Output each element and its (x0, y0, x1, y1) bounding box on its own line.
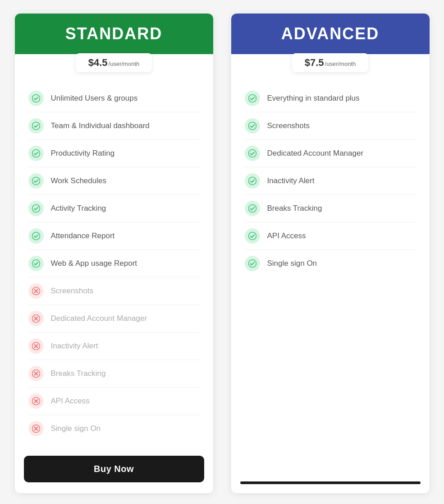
feature-label-excluded: Screenshots (51, 287, 94, 296)
plan-header-standard: STANDARD$4.5/user/month (15, 14, 213, 72)
feature-label-excluded: API Access (51, 397, 90, 406)
list-item: Productivity Rating (28, 140, 200, 167)
check-icon (245, 173, 260, 189)
plan-price-unit-standard: /user/month (109, 60, 140, 67)
list-item: Attendance Report (28, 222, 200, 250)
svg-point-26 (248, 122, 256, 130)
plan-price-unit-advanced: /user/month (325, 60, 356, 67)
plan-title-standard: STANDARD (65, 24, 162, 43)
check-icon (28, 118, 44, 134)
feature-label-excluded: Dedicated Account Manager (51, 314, 147, 323)
plan-title-advanced: ADVANCED (281, 24, 379, 43)
plan-price-advanced: $7.5 (305, 57, 324, 69)
list-item: API Access (28, 388, 200, 415)
plan-price-badge-advanced: $7.5/user/month (292, 53, 368, 72)
plan-header-bg-standard: STANDARD (15, 14, 213, 54)
pricing-container: STANDARD$4.5/user/monthUnlimited Users &… (9, 14, 435, 493)
cross-icon (28, 283, 44, 299)
feature-label-excluded: Single sign On (51, 424, 101, 433)
check-icon (28, 146, 44, 161)
feature-label: Productivity Rating (51, 149, 115, 158)
feature-label: Dedicated Account Manager (267, 149, 364, 158)
check-icon (28, 91, 44, 106)
feature-label: Team & Individual dashboard (51, 121, 150, 130)
svg-point-0 (32, 95, 40, 102)
plan-card-advanced: ADVANCED$7.5/user/monthEverything in sta… (231, 14, 430, 493)
svg-point-27 (248, 150, 256, 157)
list-item: Single sign On (28, 415, 200, 442)
feature-label: Work Schedules (51, 176, 106, 185)
plan-price-standard: $4.5 (88, 57, 108, 69)
list-item: Screenshots (28, 277, 200, 305)
list-item: Screenshots (245, 112, 416, 140)
feature-label: Breaks Tracking (267, 204, 322, 213)
feature-label: Unlimited Users & groups (51, 94, 138, 103)
feature-label: Everything in standard plus (267, 94, 360, 103)
list-item: Work Schedules (28, 167, 200, 195)
feature-label-excluded: Breaks Tracking (51, 369, 106, 378)
feature-label: Attendance Report (51, 231, 115, 240)
check-icon (245, 256, 260, 271)
check-icon (245, 146, 260, 161)
svg-point-30 (248, 232, 256, 240)
cross-icon (28, 338, 44, 354)
list-item: Inactivity Alert (28, 333, 200, 360)
feature-label-excluded: Inactivity Alert (51, 342, 98, 351)
check-icon (245, 228, 260, 244)
cross-icon (28, 366, 44, 381)
list-item: Breaks Tracking (28, 360, 200, 388)
svg-point-25 (248, 95, 256, 102)
list-item: Single sign On (245, 250, 416, 277)
plan-card-standard: STANDARD$4.5/user/monthUnlimited Users &… (15, 14, 213, 493)
check-icon (245, 201, 260, 216)
list-item: Team & Individual dashboard (28, 112, 200, 140)
cross-icon (28, 421, 44, 436)
feature-label: Web & App usage Report (51, 259, 137, 268)
svg-point-3 (32, 177, 40, 185)
feature-label: API Access (267, 231, 306, 240)
list-item: Dedicated Account Manager (245, 140, 416, 167)
check-icon (28, 173, 44, 189)
svg-point-4 (32, 205, 40, 213)
feature-label: Inactivity Alert (267, 176, 315, 185)
plan-header-bg-advanced: ADVANCED (231, 14, 430, 54)
list-item: Unlimited Users & groups (28, 85, 200, 112)
plan-features-advanced: Everything in standard plusScreenshotsDe… (231, 72, 430, 477)
list-item: API Access (245, 222, 416, 250)
check-icon (28, 228, 44, 244)
list-item: Dedicated Account Manager (28, 305, 200, 333)
cross-icon (28, 311, 44, 326)
list-item: Breaks Tracking (245, 195, 416, 222)
plan-price-badge-standard: $4.5/user/month (76, 53, 152, 72)
list-item: Web & App usage Report (28, 250, 200, 277)
svg-point-31 (248, 260, 256, 268)
check-icon (28, 201, 44, 216)
svg-point-29 (248, 205, 256, 213)
divider-bar (240, 481, 421, 484)
svg-point-5 (32, 232, 40, 240)
check-icon (28, 256, 44, 271)
list-item: Activity Tracking (28, 195, 200, 222)
svg-point-2 (32, 150, 40, 157)
plan-header-advanced: ADVANCED$7.5/user/month (231, 14, 430, 72)
feature-label: Single sign On (267, 259, 317, 268)
buy-now-button[interactable]: Buy Now (24, 456, 204, 482)
svg-point-6 (32, 260, 40, 268)
check-icon (245, 118, 260, 134)
list-item: Everything in standard plus (245, 85, 416, 112)
svg-point-1 (32, 122, 40, 130)
plan-features-standard: Unlimited Users & groupsTeam & Individua… (15, 72, 213, 451)
check-icon (245, 91, 260, 106)
cross-icon (28, 393, 44, 409)
feature-label: Activity Tracking (51, 204, 106, 213)
svg-point-28 (248, 177, 256, 185)
list-item: Inactivity Alert (245, 167, 416, 195)
feature-label: Screenshots (267, 121, 310, 130)
